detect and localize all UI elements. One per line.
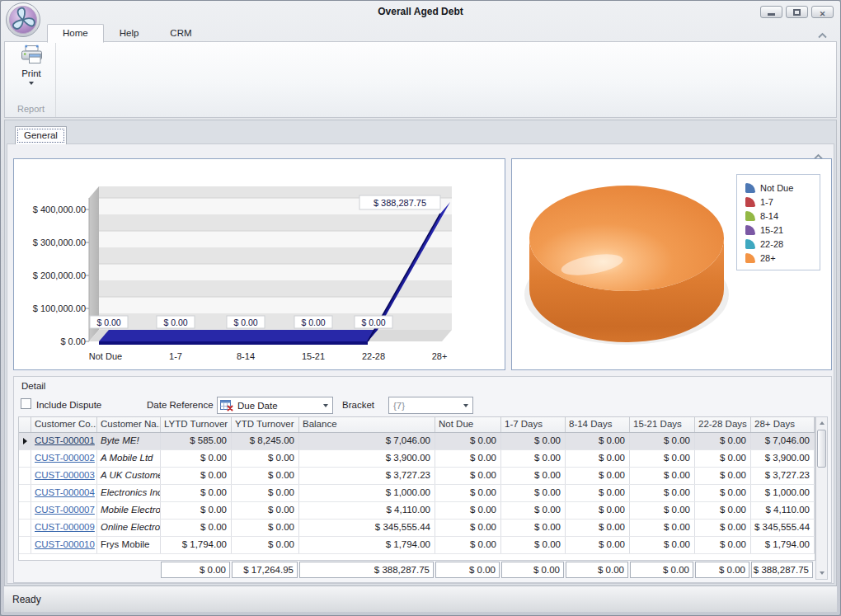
scroll-up-arrow-icon[interactable] — [816, 417, 827, 429]
legend-item: Not Due — [737, 181, 820, 195]
customer-link[interactable]: CUST-000009 — [35, 522, 95, 532]
maximize-button[interactable] — [786, 6, 808, 18]
summary-cell: $ 0.00 — [161, 562, 230, 578]
amount-cell: $ 0.00 — [566, 468, 630, 484]
column-header-8-14-days[interactable]: 8-14 Days — [566, 417, 630, 432]
amount-cell: $ 0.00 — [435, 485, 501, 501]
bracket-label: Bracket — [342, 400, 374, 410]
table-row[interactable]: CUST-000001Byte ME!$ 585.00$ 8,245.00$ 7… — [19, 433, 815, 450]
x-axis-labels: Not Due1-78-1415-2122-2828+ — [89, 351, 448, 361]
customer-name-cell: Byte ME! — [97, 433, 161, 449]
table-row[interactable]: CUST-000004Electronics Inc.$ 0.00$ 0.00$… — [19, 485, 815, 502]
amount-cell: $ 0.00 — [566, 537, 630, 553]
legend-swatch-icon — [745, 225, 755, 235]
workspace: General — [4, 120, 837, 585]
column-header-15-21-days[interactable]: 15-21 Days — [630, 417, 695, 432]
tab-general[interactable]: General — [15, 126, 67, 144]
app-menu-button[interactable] — [5, 2, 41, 38]
customer-link[interactable]: CUST-000002 — [35, 453, 95, 463]
ribbon-tab-crm[interactable]: CRM — [154, 24, 207, 43]
amount-cell: $ 0.00 — [630, 468, 695, 484]
window-controls — [760, 6, 834, 18]
amount-cell: $ 345,555.44 — [751, 520, 815, 536]
customer-link[interactable]: CUST-000007 — [35, 505, 95, 515]
column-header-not-due[interactable]: Not Due — [435, 417, 501, 432]
include-dispute-checkbox[interactable] — [21, 398, 31, 409]
legend-item: 8-14 — [737, 209, 820, 223]
customer-link[interactable]: CUST-000004 — [35, 487, 95, 497]
ribbon-collapse-button[interactable] — [817, 27, 830, 37]
chevron-down-icon — [29, 82, 34, 85]
table-row[interactable]: CUST-000007Mobile Electro...$ 0.00$ 0.00… — [19, 502, 815, 520]
amount-cell: $ 0.00 — [630, 485, 695, 501]
amount-cell: $ 0.00 — [695, 468, 751, 484]
customer-link[interactable]: CUST-000010 — [35, 539, 95, 549]
customer-code-cell: CUST-000002 — [31, 450, 97, 467]
legend-swatch-icon — [745, 253, 755, 263]
column-header-1-7-days[interactable]: 1-7 Days — [501, 417, 566, 432]
amount-cell: $ 3,900.00 — [299, 450, 435, 467]
legend-swatch-icon — [745, 211, 755, 221]
column-header-customer-na[interactable]: Customer Na... — [97, 417, 161, 432]
bracket-value: {7} — [389, 401, 459, 411]
column-header-indicator — [19, 417, 31, 432]
amount-cell: $ 0.00 — [501, 485, 566, 501]
customer-link[interactable]: CUST-000001 — [35, 435, 95, 445]
amount-cell: $ 3,900.00 — [751, 450, 815, 467]
bracket-select[interactable]: {7} — [388, 397, 473, 414]
table-row[interactable]: CUST-000002A Mobile Ltd$ 0.00$ 0.00$ 3,9… — [19, 450, 815, 468]
customer-code-cell: CUST-000007 — [31, 502, 97, 519]
detail-caption: Detail — [21, 381, 45, 391]
row-indicator-cell — [19, 520, 31, 536]
titlebar[interactable]: Overall Aged Debt — [1, 1, 840, 22]
close-button[interactable] — [811, 6, 834, 18]
grid-vertical-scrollbar[interactable] — [815, 416, 828, 580]
amount-cell: $ 0.00 — [232, 450, 299, 467]
legend-label: 22-28 — [760, 239, 783, 249]
column-header-customer-co[interactable]: Customer Co... — [31, 417, 97, 432]
amount-cell: $ 0.00 — [695, 433, 751, 449]
amount-cell: $ 0.00 — [435, 450, 501, 467]
legend-swatch-icon — [745, 239, 755, 249]
summary-cell: $ 0.00 — [695, 562, 749, 578]
amount-cell: $ 4,110.00 — [751, 502, 815, 519]
summary-cell: $ 0.00 — [630, 562, 693, 578]
row-indicator-cell — [19, 450, 31, 467]
print-button[interactable]: Print — [10, 45, 53, 101]
legend-label: Not Due — [760, 183, 793, 193]
minimize-button[interactable] — [760, 6, 782, 18]
summary-cell: $ 17,264.95 — [232, 562, 298, 578]
amount-cell: $ 1,794.00 — [751, 537, 815, 553]
legend-item: 15-21 — [737, 223, 820, 237]
legend-label: 28+ — [760, 253, 776, 263]
amount-cell: $ 345,555.44 — [299, 520, 435, 536]
date-reference-select[interactable]: Due Date — [217, 397, 333, 414]
amount-cell: $ 0.00 — [161, 502, 232, 519]
column-header-balance[interactable]: Balance — [299, 417, 435, 432]
column-header-28-days[interactable]: 28+ Days — [751, 417, 815, 432]
amount-cell: $ 0.00 — [566, 450, 630, 467]
customer-name-cell: Frys Mobile — [97, 537, 161, 553]
scroll-down-arrow-icon[interactable] — [816, 567, 827, 579]
close-icon — [820, 5, 826, 20]
amount-cell: $ 8,245.00 — [232, 433, 299, 449]
column-header-ytd-turnover[interactable]: YTD Turnover — [232, 417, 299, 432]
ribbon-tab-home[interactable]: Home — [47, 24, 104, 43]
series-flat-segment — [99, 330, 378, 341]
row-indicator-cell — [19, 502, 31, 519]
amount-cell: $ 0.00 — [435, 537, 501, 553]
app-window: Overall Aged Debt HomeHelpCRM — [0, 0, 841, 616]
customer-link[interactable]: CUST-000003 — [35, 470, 95, 480]
table-row[interactable]: CUST-000010Frys Mobile$ 1,794.00$ 0.00$ … — [19, 537, 815, 554]
svg-text:$ 388,287.75: $ 388,287.75 — [374, 198, 426, 208]
ribbon-tab-help[interactable]: Help — [104, 24, 155, 43]
amount-cell: $ 3,727.23 — [751, 468, 815, 484]
amount-cell: $ 0.00 — [501, 450, 566, 467]
column-header-22-28-days[interactable]: 22-28 Days — [695, 417, 751, 432]
table-row[interactable]: CUST-000009Online Electro...$ 0.00$ 0.00… — [19, 520, 815, 537]
table-row[interactable]: CUST-000003A UK Custome...$ 0.00$ 0.00$ … — [19, 468, 815, 485]
scrollbar-thumb[interactable] — [817, 430, 826, 468]
amount-cell: $ 1,794.00 — [299, 537, 435, 553]
column-header-lytd-turnover[interactable]: LYTD Turnover — [161, 417, 232, 432]
customer-code-cell: CUST-000001 — [31, 433, 97, 449]
